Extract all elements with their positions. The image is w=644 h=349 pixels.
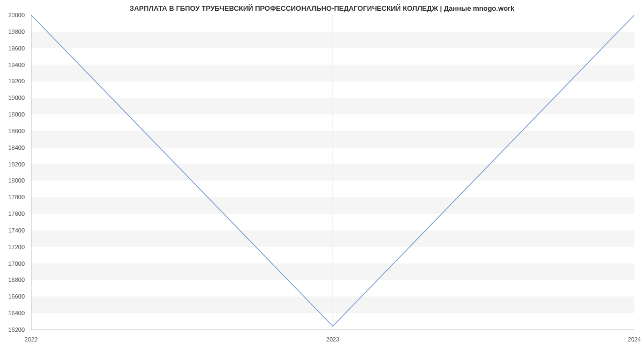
y-tick-label: 19800 [8,28,25,35]
y-tick-label: 18400 [8,144,25,151]
y-tick-label: 19600 [8,45,25,52]
y-tick-label: 19000 [8,94,25,101]
plot-area [31,15,634,330]
y-tick-label: 17000 [8,260,25,267]
y-tick-label: 17400 [8,227,25,234]
x-tick-label: 2024 [628,336,641,343]
y-tick-label: 16400 [8,310,25,316]
y-tick-label: 17600 [8,210,25,217]
y-tick-label: 16800 [8,277,25,283]
y-tick-label: 18000 [8,177,25,184]
y-tick-label: 18200 [8,161,25,168]
y-tick-label: 19200 [8,78,25,84]
plot-svg [31,15,634,330]
x-tick-label: 2022 [25,336,38,343]
y-tick-label: 17200 [8,244,25,250]
chart-title: ЗАРПЛАТА В ГБПОУ ТРУБЧЕВСКИЙ ПРОФЕССИОНА… [0,0,644,14]
y-tick-label: 18600 [8,128,25,134]
y-tick-label: 16200 [8,326,25,333]
y-tick-label: 18800 [8,111,25,118]
y-tick-label: 17800 [8,194,25,200]
y-tick-label: 20000 [8,12,25,18]
x-tick-label: 2023 [326,336,339,343]
y-tick-label: 16600 [8,293,25,300]
y-tick-label: 19400 [8,62,25,68]
x-axis-labels: 202220232024 [31,333,634,349]
y-axis-labels: 1620016400166001680017000172001740017600… [0,15,28,330]
chart-container: ЗАРПЛАТА В ГБПОУ ТРУБЧЕВСКИЙ ПРОФЕССИОНА… [0,0,644,349]
